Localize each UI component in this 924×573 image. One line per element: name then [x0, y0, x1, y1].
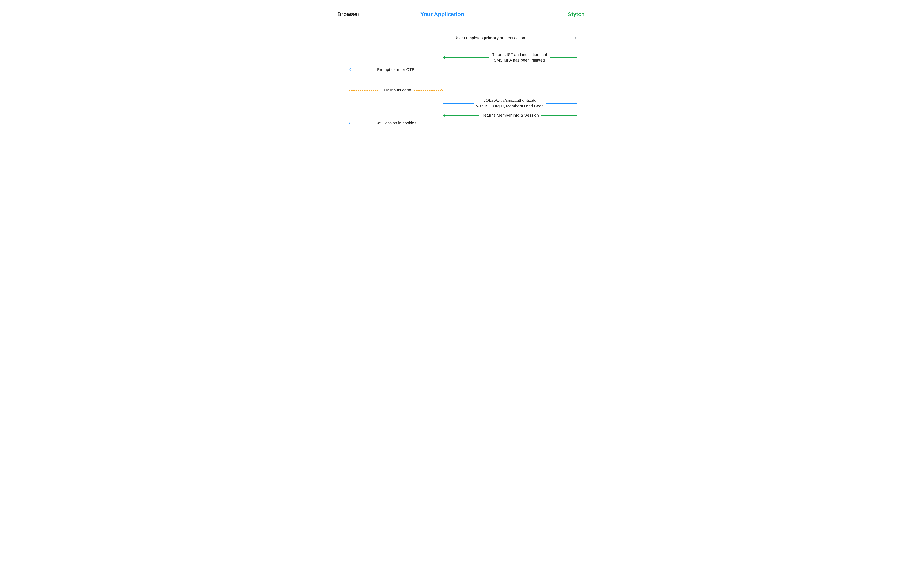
- participant-browser: Browser: [337, 11, 359, 17]
- message-label: User completes primary authentication: [452, 35, 528, 41]
- lifeline-stytch: [576, 21, 577, 138]
- message-label: Set Session in cookies: [373, 120, 419, 126]
- lifeline-browser: [349, 21, 349, 138]
- message-label: v1/b2b/otps/sms/authenticatewith IST, Or…: [474, 98, 546, 109]
- message-label: Returns IST and indication thatSMS MFA h…: [489, 52, 550, 63]
- message-label: Returns Member info & Session: [479, 113, 542, 118]
- sequence-diagram: Browser Your Application Stytch User com…: [323, 0, 601, 153]
- message-label: Prompt user for OTP: [374, 67, 417, 72]
- participant-stytch: Stytch: [568, 11, 585, 17]
- participant-your-application: Your Application: [420, 11, 464, 17]
- lifeline-app: [443, 21, 443, 138]
- message-label: User inputs code: [378, 88, 413, 93]
